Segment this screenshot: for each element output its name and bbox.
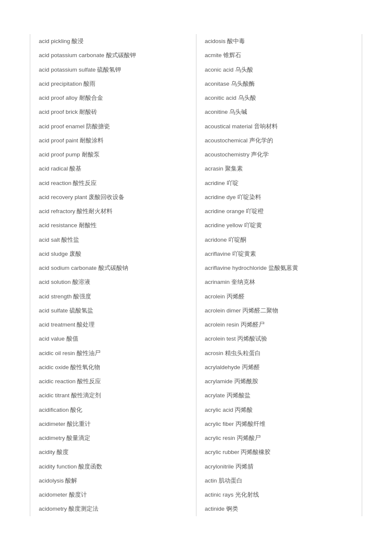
list-item: acid resistance 耐酸性 (35, 218, 192, 232)
entry-english: acrolein resin (205, 321, 239, 328)
entry-chinese: 酸雨 (84, 81, 95, 87)
list-item: acrylic acid 丙烯酸 (201, 403, 358, 417)
entry-english: acid radical (39, 165, 68, 172)
entry-chinese: 酸比重计 (67, 421, 91, 427)
entry-chinese: 肌动蛋白 (219, 477, 242, 484)
list-item: acid proof brick 耐酸砖 (35, 105, 192, 119)
entry-chinese: 丙烯酸盐 (227, 392, 251, 399)
list-item: acrylic rubber 丙烯酸橡胶 (201, 445, 358, 459)
list-item: acidimetry 酸量滴定 (35, 431, 192, 445)
entry-english: acid refractory (39, 208, 75, 214)
entry-english: acrylic fiber (205, 421, 234, 427)
list-item: acid strength 酸强度 (35, 289, 192, 304)
entry-chinese: 吖啶 (227, 180, 239, 186)
entry-english: acid strength (39, 293, 72, 300)
list-item: acidic reaction 酸性反应 (35, 374, 192, 388)
entry-english: acid resistance (39, 222, 77, 228)
entry-english: acrylonitrile (205, 463, 234, 470)
entry-english: acrosin (205, 350, 224, 356)
entry-chinese: 酸式碳酸钾 (106, 52, 136, 58)
entry-english: acid sludge (39, 251, 68, 257)
entry-english: acidic reaction (39, 378, 75, 384)
list-item: acid value 酸值 (35, 332, 192, 346)
entry-english: acid treatment (39, 321, 75, 328)
list-item: acidification 酸化 (35, 403, 192, 417)
entry-english: acrylic resin (205, 435, 235, 441)
entry-english: acidometry (39, 506, 67, 512)
entry-english: acoustical material (205, 123, 253, 130)
list-item: acmite 锥辉石 (201, 48, 358, 62)
entry-english: acidimeter (39, 421, 65, 427)
entry-english: acidity function (39, 463, 77, 470)
entry-chinese: 酸溶液 (72, 279, 90, 285)
entry-english: acrolein (205, 293, 225, 300)
entry-english: acid sulfate (39, 307, 68, 314)
entry-english: acid potassium sulfate (39, 66, 96, 73)
list-item: acridine 吖啶 (201, 176, 358, 190)
list-item: acrylaldehyde 丙烯醛 (201, 360, 358, 374)
entry-chinese: 耐酸泵 (82, 151, 100, 158)
list-item: acid sodium carbonate 酸式碳酸钠 (35, 261, 192, 275)
list-item: acrylamide 丙烯酰胺 (201, 374, 358, 388)
list-item: actinide 锕类 (201, 502, 358, 516)
entry-english: acid proof brick (39, 109, 78, 115)
list-item: acid proof alloy 耐酸合金 (35, 91, 192, 105)
list-item: acoustochemical 声化学的 (201, 133, 358, 147)
list-item: acrosin 精虫头粒蛋白 (201, 346, 358, 360)
list-item: acidic oil resin 酸性油尸 (35, 346, 192, 360)
list-item: acrolein resin 丙烯醛尸 (201, 318, 358, 332)
entry-chinese: 吖啶酮 (228, 237, 246, 243)
list-item: aconic acid 乌头酸 (201, 63, 358, 77)
entry-chinese: 乌头酸 (238, 95, 256, 101)
entry-chinese: 酸度计 (69, 491, 87, 498)
entry-english: acid sodium carbonate (39, 265, 97, 271)
entry-english: actinic rays (205, 491, 234, 498)
entry-chinese: 酸解 (65, 477, 77, 484)
list-item: acid potassium carbonate 酸式碳酸钾 (35, 48, 192, 62)
list-item: actinic rays 光化射线 (201, 488, 358, 502)
list-item: acid pickling 酸浸 (35, 34, 192, 48)
entry-chinese: 聚集素 (225, 165, 243, 172)
entry-english: acid precipitation (39, 81, 82, 87)
entry-english: acid solution (39, 279, 71, 285)
entry-english: acrasin (205, 165, 224, 172)
entry-chinese: 丙烯醛尸 (241, 321, 265, 328)
list-item: acrinamin 奎纳克林 (201, 275, 358, 289)
entry-english: acidity (39, 449, 55, 455)
entry-english: acid recovery plant (39, 194, 87, 200)
list-item: acidic titrant 酸性滴定剂 (35, 388, 192, 402)
entry-english: acriflavine hydrochloride (205, 265, 267, 271)
entry-chinese: 酸化 (70, 407, 82, 413)
entry-english: acidolysis (39, 477, 64, 484)
entry-english: acid reaction (39, 180, 72, 186)
list-item: acidic oxide 酸性氧化物 (35, 360, 192, 374)
list-item: acidometer 酸度计 (35, 488, 192, 502)
entry-chinese: 防酸搪瓷 (86, 123, 110, 130)
list-item: acidity function 酸度函数 (35, 460, 192, 474)
entry-chinese: 乌头碱 (229, 109, 247, 115)
entry-english: acid salt (39, 237, 60, 243)
entry-english: acid proof paint (39, 137, 78, 144)
entry-chinese: 乌头酸酶 (231, 81, 255, 87)
entry-chinese: 丙烯醛二聚物 (242, 307, 278, 314)
list-item: acidimeter 酸比重计 (35, 417, 192, 431)
entry-chinese: 丙烯酸尸 (237, 435, 261, 441)
entry-chinese: 酸性耐火材料 (77, 208, 112, 214)
left-column: acid pickling 酸浸acid potassium carbonate… (30, 34, 196, 516)
entry-english: acriflavine (205, 251, 231, 257)
entry-english: acridine orange (205, 208, 245, 214)
entry-chinese: 音响材料 (254, 123, 278, 130)
entry-chinese: 奎纳克林 (231, 279, 255, 285)
entry-english: aconic acid (205, 66, 234, 73)
entry-chinese: 声化学的 (249, 137, 273, 144)
entry-english: actinide (205, 506, 225, 512)
entry-english: acrylamide (205, 378, 233, 384)
list-item: acid refractory 酸性耐火材料 (35, 204, 192, 218)
entry-chinese: 丙烯腈 (236, 463, 254, 470)
entry-chinese: 废酸回收设备 (89, 194, 124, 200)
entry-chinese: 酸性反应 (77, 378, 101, 384)
entry-english: acid pickling (39, 38, 70, 44)
entry-english: acidic oil resin (39, 350, 75, 356)
list-item: acrylonitrile 丙烯腈 (201, 460, 358, 474)
entry-english: acridone (205, 237, 227, 243)
